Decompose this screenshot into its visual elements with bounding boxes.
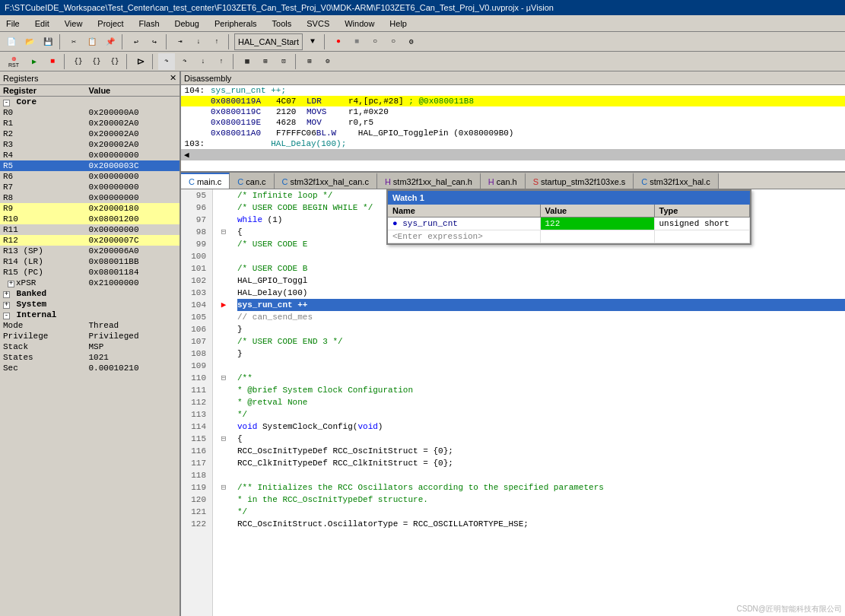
reg-r9[interactable]: R90x20000180: [0, 203, 179, 214]
menu-tools[interactable]: Tools: [269, 17, 295, 30]
menu-window[interactable]: Window: [341, 17, 377, 30]
dropdown-btn[interactable]: ▼: [304, 33, 321, 50]
run-btn[interactable]: HAL_CAN_Start: [234, 33, 303, 50]
reg-r12[interactable]: R120x2000007C: [0, 235, 179, 246]
fold-115[interactable]: ⊟: [213, 433, 234, 445]
fold-119[interactable]: ⊟: [213, 481, 234, 494]
brace-btn1[interactable]: {}: [70, 53, 87, 70]
system-collapse[interactable]: +: [3, 302, 10, 309]
linenum-101: 101: [181, 262, 209, 275]
tab-main-c[interactable]: C main.c: [181, 173, 230, 189]
code-109: [237, 360, 845, 372]
reg-r8[interactable]: R80x00000000: [0, 192, 179, 203]
banked-collapse[interactable]: +: [3, 291, 10, 298]
tab-label-can-h: can.h: [497, 177, 517, 186]
watch-row-sys-run-cnt[interactable]: ● sys_run_cnt 122 unsigned short: [388, 218, 750, 230]
brace-btn2[interactable]: {}: [88, 53, 105, 70]
paste-btn[interactable]: 📌: [102, 33, 119, 50]
nav-btn[interactable]: ⊳: [132, 53, 149, 70]
settings-btn[interactable]: ⚙: [403, 33, 420, 50]
reg-r7[interactable]: R70x00000000: [0, 182, 179, 192]
reg-r6[interactable]: R60x00000000: [0, 171, 179, 182]
rst-btn[interactable]: ⊕ RST: [3, 53, 24, 70]
registers-panel: Registers ✕ RegisterValue - Core R00x200…: [0, 71, 181, 616]
more-btn2[interactable]: ○: [385, 33, 402, 50]
linenum-104: 104: [181, 299, 209, 311]
undo-btn[interactable]: ↩: [128, 33, 145, 50]
step-over[interactable]: ⇥: [172, 33, 189, 50]
stop2-btn[interactable]: ■: [44, 53, 61, 70]
reg-r5[interactable]: R50x2000003C: [0, 160, 179, 171]
cut-btn[interactable]: ✂: [65, 33, 82, 50]
step-into[interactable]: ↓: [190, 33, 207, 50]
run2-btn[interactable]: ▶: [26, 53, 43, 70]
step-btn2[interactable]: ↷: [176, 53, 193, 70]
gutter-101: [213, 262, 234, 275]
reg-r0[interactable]: R00x200000A0: [0, 107, 179, 118]
reg-xpsr[interactable]: +xPSR 0x21000000: [0, 278, 179, 288]
stop-btn[interactable]: ■: [348, 33, 365, 50]
reg-r14[interactable]: R14 (LR)0x080011BB: [0, 256, 179, 267]
more-btn1[interactable]: ○: [367, 33, 383, 50]
menu-view[interactable]: View: [62, 17, 86, 30]
menu-edit[interactable]: Edit: [32, 17, 52, 30]
tab-label-main-c: main.c: [197, 177, 221, 186]
gutter-107: [213, 335, 234, 348]
disasm-line-104: 104: sys_run_cnt ++;: [181, 85, 845, 96]
tab-can-h[interactable]: H can.h: [481, 173, 526, 189]
fold-110[interactable]: ⊟: [213, 372, 234, 384]
step-out[interactable]: ↑: [208, 33, 225, 50]
step-btn4[interactable]: ↑: [213, 53, 230, 70]
redo-btn[interactable]: ↪: [146, 33, 163, 50]
view-btn1[interactable]: ▦: [239, 53, 256, 70]
fold-98[interactable]: ⊟: [213, 226, 234, 238]
linenum-117: 117: [181, 457, 209, 469]
menu-help[interactable]: Help: [386, 17, 410, 30]
tab-hal-can-c[interactable]: C stm32f1xx_hal_can.c: [275, 173, 377, 189]
step-btn3[interactable]: ↓: [195, 53, 211, 70]
tab-startup[interactable]: S startup_stm32f103xe.s: [526, 173, 634, 189]
view-btn2[interactable]: ⊞: [257, 53, 274, 70]
reg-r3[interactable]: R30x200002A0: [0, 139, 179, 150]
reg-r13[interactable]: R13 (SP)0x200006A0: [0, 246, 179, 256]
reg-r1[interactable]: R10x200002A0: [0, 118, 179, 129]
save-btn[interactable]: 💾: [40, 33, 56, 50]
misc-btn2[interactable]: ⚙: [319, 53, 336, 70]
watermark: CSDN@匠明智能科技有限公司: [737, 604, 843, 614]
copy-btn[interactable]: 📋: [84, 33, 100, 50]
code-100: [237, 250, 845, 262]
sep9: [233, 54, 236, 69]
view-btn3[interactable]: ⊡: [275, 53, 292, 70]
internal-collapse[interactable]: -: [3, 313, 10, 319]
disasm-line-11a0: 0x080011A0 F7FFFC06 BL.W HAL_GPIO_Toggle…: [181, 128, 845, 138]
watch-enter-expr[interactable]: <Enter expression>: [392, 232, 483, 241]
gutter-121: [213, 506, 234, 518]
new-btn[interactable]: 📄: [3, 33, 20, 50]
tab-can-c[interactable]: C can.c: [230, 173, 274, 189]
tab-hal-can-h[interactable]: H stm32f1xx_hal_can.h: [377, 173, 481, 189]
open-btn[interactable]: 📂: [21, 33, 38, 50]
menu-flash[interactable]: Flash: [136, 17, 163, 30]
reg-r2[interactable]: R20x200002A0: [0, 129, 179, 139]
menu-peripherals[interactable]: Peripherals: [211, 17, 260, 30]
debug-btn[interactable]: ●: [330, 33, 347, 50]
reg-mode: ModeThread: [0, 320, 179, 331]
misc-btn1[interactable]: ⊞: [301, 53, 318, 70]
reg-r4[interactable]: R40x00000000: [0, 150, 179, 160]
reg-r15[interactable]: R15 (PC)0x08001184: [0, 267, 179, 278]
menu-project[interactable]: Project: [94, 17, 126, 30]
watch-popup: Watch 1 Name Value Type ● sys_run_cnt: [386, 189, 751, 245]
menu-debug[interactable]: Debug: [172, 17, 202, 30]
tab-hal-c[interactable]: C stm32f1xx_hal.c: [634, 173, 718, 189]
step-btn1[interactable]: ↷: [158, 53, 175, 70]
menu-svcs[interactable]: SVCS: [303, 17, 332, 30]
brace-btn3[interactable]: {}: [106, 53, 123, 70]
registers-close[interactable]: ✕: [170, 73, 176, 83]
xpsr-expand[interactable]: +: [8, 281, 14, 287]
reg-r10[interactable]: R100x08001200: [0, 214, 179, 224]
menu-file[interactable]: File: [3, 17, 23, 30]
core-collapse[interactable]: -: [3, 100, 10, 106]
reg-r11[interactable]: R110x00000000: [0, 224, 179, 235]
watch-row-enter-expr[interactable]: <Enter expression>: [388, 230, 750, 243]
gutter-100: [213, 250, 234, 262]
